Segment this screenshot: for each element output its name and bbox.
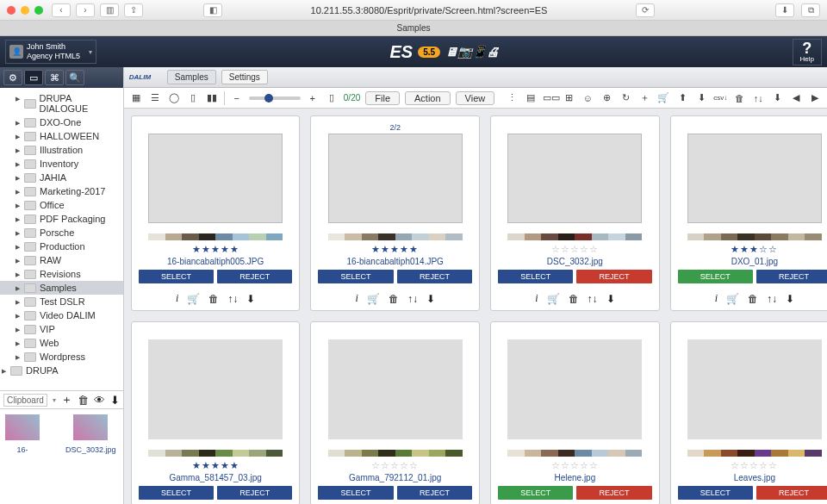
add-icon[interactable]: ＋ [637,91,651,104]
rating-stars[interactable]: ★★★★★ [192,460,239,471]
sort-icon[interactable]: ↑↓ [227,293,238,305]
reject-button[interactable]: REJECT [217,270,292,283]
sort-icon[interactable]: ↑↓ [407,293,418,305]
thumb-size-slider[interactable] [249,96,301,100]
tree-item[interactable]: HALLOWEEN [0,129,123,143]
tree-item[interactable]: RAW [0,253,123,267]
tree-item[interactable]: Illustration [0,143,123,157]
rating-stars[interactable]: ☆☆☆☆☆ [371,460,419,471]
file-menu[interactable]: File [365,91,400,105]
reject-button[interactable]: REJECT [576,486,651,500]
globe-icon[interactable]: ⊕ [600,92,613,103]
sort-icon[interactable]: ↑↓ [751,93,765,103]
info-icon[interactable]: i [535,292,538,305]
tree-item[interactable]: Wordpress [0,350,123,364]
info-icon[interactable]: i [356,292,358,305]
asset-thumbnail[interactable] [687,134,822,223]
download-clipboard-icon[interactable]: ⬇ [110,394,120,407]
reject-button[interactable]: REJECT [397,486,472,500]
book-icon[interactable]: ▭▭ [543,92,557,103]
user-icon[interactable]: ☺ [581,93,594,103]
config-icon[interactable]: ⚙ [3,70,22,85]
reject-button[interactable]: REJECT [397,270,472,283]
select-button[interactable]: SELECT [318,486,393,500]
asset-card[interactable]: ☆☆☆☆☆Helene.jpgSELECTREJECT [490,321,660,504]
cart-icon[interactable]: 🛒 [726,293,739,305]
select-button[interactable]: SELECT [139,270,214,283]
select-button[interactable]: SELECT [318,270,393,283]
cart-icon[interactable]: 🛒 [656,92,670,103]
delete-icon[interactable]: 🗑 [389,293,399,305]
csv-icon[interactable]: csv↓ [713,94,727,102]
tree-item[interactable]: PDF Packaging [0,212,123,226]
tree-item[interactable]: Test DSLR [0,295,123,308]
tree-item[interactable]: Samples [0,281,123,295]
prev-icon[interactable]: ◀ [789,92,803,103]
tree-item[interactable]: Revisions [0,267,123,281]
clipboard-item[interactable]: DSC_3032.jpg [65,414,116,499]
export-icon[interactable]: ⬇ [770,92,784,103]
asset-thumbnail[interactable] [507,339,642,439]
asset-card[interactable]: 2/2★★★★★16-biancabaltiph014.JPGSELECTREJ… [310,115,480,311]
info-icon[interactable]: i [715,292,718,305]
download-icon[interactable]: ⬇ [426,293,435,305]
select-button[interactable]: SELECT [678,486,753,500]
tree-item[interactable]: Video DALIM [0,308,123,322]
reject-button[interactable]: REJECT [576,270,651,283]
url-bar[interactable]: 10.211.55.3:8080/Esprit/private/Screen.h… [222,5,636,16]
rating-stars[interactable]: ★★★★★ [371,244,419,255]
refresh-icon[interactable]: ↻ [619,92,632,103]
cart-icon[interactable]: 🛒 [187,293,200,305]
downloads-icon[interactable]: ⬇ [775,3,794,17]
circle-view-icon[interactable]: ◯ [167,92,181,103]
delete-icon[interactable]: 🗑 [748,293,758,305]
reader-icon[interactable]: ◧ [203,3,222,17]
page-icon[interactable]: ▯ [186,92,200,103]
info-icon[interactable]: i [176,292,178,305]
select-button[interactable]: SELECT [498,270,573,283]
folder-mode-icon[interactable]: ▭ [24,70,43,85]
tree-item[interactable]: DRUPA [0,364,123,377]
maximize-window[interactable] [34,6,43,15]
sort-icon[interactable]: ↑↓ [767,293,777,305]
user-menu[interactable]: 👤 John Smith Agency HTML5 [5,40,96,64]
rating-stars[interactable]: ☆☆☆☆☆ [551,460,599,471]
nav-forward[interactable]: › [76,3,95,17]
close-window[interactable] [7,6,16,15]
select-button[interactable]: SELECT [139,486,214,500]
download-icon[interactable]: ⬇ [786,293,794,305]
layout-icon[interactable]: ⊞ [562,92,575,103]
cart-icon[interactable]: 🛒 [367,293,380,305]
doc-icon[interactable]: ▯ [325,92,339,103]
clipboard-select[interactable]: Clipboard [3,394,47,407]
rating-stars[interactable]: ☆☆☆☆☆ [551,244,599,255]
clipboard-item[interactable]: 16- [5,414,40,499]
link-icon[interactable]: ⌘ [45,70,64,85]
reject-button[interactable]: REJECT [756,270,827,283]
download-icon[interactable]: ⬇ [246,293,255,305]
asset-card[interactable]: ★★★★★16-biancabaltiph005.JPGSELECTREJECT… [131,115,301,311]
cart-icon[interactable]: 🛒 [547,293,560,305]
tree-item[interactable]: JAHIA [0,171,123,184]
tree-item[interactable]: Web [0,336,123,350]
delete-clipboard-icon[interactable]: 🗑 [78,394,89,407]
rating-stars[interactable]: ★★★☆☆ [731,244,778,255]
browser-tab[interactable]: Samples [0,21,827,36]
list-view-icon[interactable]: ☰ [148,92,162,103]
share-icon[interactable]: ⇪ [124,3,143,17]
asset-card[interactable]: ★★★☆☆DXO_01.jpgSELECTREJECTi🛒🗑↑↓⬇ [670,115,827,311]
tree-item[interactable]: Production [0,240,123,253]
asset-thumbnail[interactable] [148,339,283,439]
grid-view-icon[interactable]: ▦ [129,92,143,103]
zoom-out-icon[interactable]: − [230,93,244,103]
asset-card[interactable]: ★★★★★Gamma_581457_03.jpgSELECTREJECT [131,321,301,504]
rating-stars[interactable]: ☆☆☆☆☆ [731,460,778,471]
asset-card[interactable]: ☆☆☆☆☆Gamma_792112_01.jpgSELECTREJECT [310,321,480,504]
rating-stars[interactable]: ★★★★★ [192,244,239,255]
delete-icon[interactable]: 🗑 [569,293,579,305]
view-menu[interactable]: View [456,91,495,105]
add-clipboard-icon[interactable]: ＋ [61,392,72,408]
reject-button[interactable]: REJECT [756,486,827,500]
tab-samples[interactable]: Samples [167,70,216,84]
tree-item[interactable]: DXO-One [0,115,123,129]
